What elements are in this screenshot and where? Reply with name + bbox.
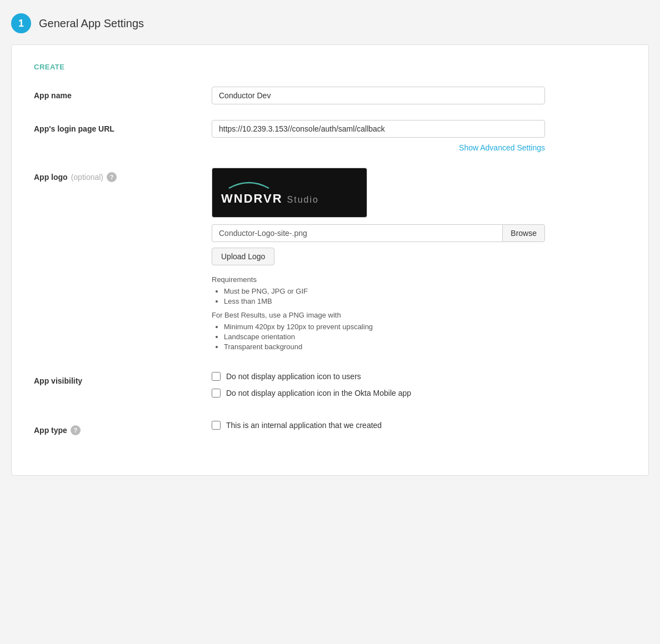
app-login-url-label: App's login page URL — [34, 120, 212, 133]
app-type-row: App type ? This is an internal applicati… — [34, 421, 626, 437]
app-type-checkbox-1[interactable] — [212, 421, 221, 430]
app-name-row: App name — [34, 87, 626, 104]
app-logo-help-icon[interactable]: ? — [107, 172, 117, 182]
app-login-url-input[interactable] — [212, 120, 545, 138]
best-result-3: Transparent background — [224, 343, 626, 351]
settings-card: CREATE App name App's login page URL Sho… — [11, 44, 649, 476]
best-results-title: For Best Results, use a PNG image with — [212, 311, 626, 319]
app-name-input[interactable] — [212, 87, 545, 104]
advanced-settings-link[interactable]: Show Advanced Settings — [212, 143, 545, 152]
app-type-label: App type ? — [34, 421, 212, 435]
app-name-label: App name — [34, 87, 212, 100]
requirement-1: Must be PNG, JPG or GIF — [224, 287, 626, 295]
visibility-checkbox-1[interactable] — [212, 372, 221, 381]
visibility-option-1-label: Do not display application icon to users — [226, 372, 361, 381]
step-number: 1 — [18, 18, 24, 29]
app-visibility-row: App visibility Do not display applicatio… — [34, 372, 626, 405]
page-title: General App Settings — [39, 17, 144, 30]
app-type-option-1-row: This is an internal application that we … — [212, 421, 626, 430]
best-result-1: Minimum 420px by 120px to prevent upscal… — [224, 323, 626, 331]
app-login-url-content: Show Advanced Settings — [212, 120, 626, 152]
app-type-help-icon[interactable]: ? — [71, 425, 81, 435]
requirements-list: Must be PNG, JPG or GIF Less than 1MB — [212, 287, 626, 305]
page-header: 1 General App Settings — [11, 13, 649, 33]
visibility-option-2-row: Do not display application icon in the O… — [212, 389, 626, 398]
logo-brand-text: WNDRVR — [221, 192, 283, 206]
app-type-content: This is an internal application that we … — [212, 421, 626, 437]
step-circle: 1 — [11, 13, 31, 33]
visibility-checkbox-2[interactable] — [212, 389, 221, 398]
file-input-row: Browse — [212, 224, 545, 242]
requirements-title: Requirements — [212, 275, 626, 284]
requirement-2: Less than 1MB — [224, 297, 626, 305]
file-name-input[interactable] — [212, 224, 502, 242]
best-results-list: Minimum 420px by 120px to prevent upscal… — [212, 323, 626, 351]
app-logo-label: App logo (optional) ? — [34, 168, 212, 182]
upload-logo-button[interactable]: Upload Logo — [212, 248, 274, 265]
logo-arc-svg — [227, 179, 271, 189]
visibility-option-1-row: Do not display application icon to users — [212, 372, 626, 381]
logo-sub-text: Studio — [287, 195, 319, 205]
app-name-content — [212, 87, 626, 104]
visibility-option-2-label: Do not display application icon in the O… — [226, 389, 411, 398]
logo-preview: WNDRVR Studio — [212, 168, 367, 218]
browse-button[interactable]: Browse — [502, 224, 545, 242]
section-label: CREATE — [34, 63, 626, 71]
best-result-2: Landscape orientation — [224, 333, 626, 341]
app-login-url-row: App's login page URL Show Advanced Setti… — [34, 120, 626, 152]
app-logo-content: WNDRVR Studio Browse Upload Logo Require… — [212, 168, 626, 356]
requirements-section: Requirements Must be PNG, JPG or GIF Les… — [212, 275, 626, 351]
app-logo-row: App logo (optional) ? WNDRVR Studio — [34, 168, 626, 356]
app-visibility-label: App visibility — [34, 372, 212, 385]
app-type-option-1-label: This is an internal application that we … — [226, 421, 382, 430]
app-visibility-content: Do not display application icon to users… — [212, 372, 626, 405]
